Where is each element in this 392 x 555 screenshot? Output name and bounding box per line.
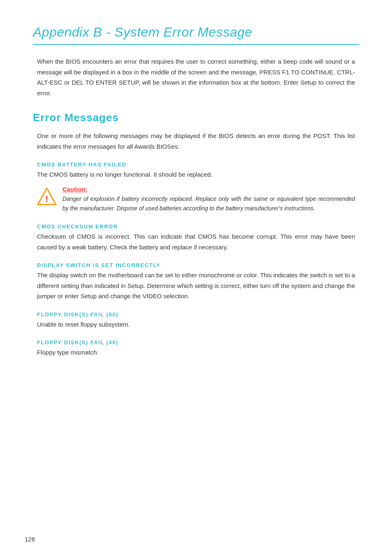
svg-text:!: ! [45, 194, 48, 204]
page-container: Appendix B - System Error Message When t… [0, 0, 392, 401]
error-floppy-80: FLOPPY DISK(S) fail (80) Unable to reset… [33, 311, 359, 330]
error-cmos-battery: CMOS BATTERY HAS FAILED The CMOS battery… [33, 161, 359, 214]
error-heading-display-switch: DISPLAY SWITCH IS SET INCORRECTLY [37, 262, 355, 268]
page-number: 128 [25, 536, 35, 543]
error-floppy-40: FLOPPY DISK(S) fail (40) Floppy type mis… [33, 339, 359, 358]
error-heading-floppy-80: FLOPPY DISK(S) fail (80) [37, 311, 355, 318]
section-intro: One or more of the following messages ma… [33, 131, 359, 152]
error-desc-floppy-40: Floppy type mismatch. [37, 347, 355, 358]
caution-box: ! Caution: Danger of explosion if batter… [37, 186, 355, 214]
error-cmos-checksum: CMOS CHECKSUM ERROR Checksum of CMOS is … [33, 223, 359, 252]
caution-icon: ! [37, 187, 57, 206]
caution-content: Caution: Danger of explosion if battery … [62, 186, 355, 214]
error-heading-floppy-40: FLOPPY DISK(S) fail (40) [37, 339, 355, 345]
error-desc-cmos-checksum: Checksum of CMOS is incorrect. This can … [37, 231, 355, 252]
caution-label: Caution: [62, 186, 355, 193]
error-heading-cmos-battery: CMOS BATTERY HAS FAILED [37, 161, 355, 168]
title-divider [33, 44, 359, 45]
section-title: Error Messages [33, 111, 359, 124]
error-heading-cmos-checksum: CMOS CHECKSUM ERROR [37, 223, 355, 230]
page-title: Appendix B - System Error Message [33, 25, 359, 40]
error-desc-floppy-80: Unable to reset floppy subsystem. [37, 319, 355, 330]
error-desc-display-switch: The display switch on the motherboard ca… [37, 270, 355, 302]
error-display-switch: DISPLAY SWITCH IS SET INCORRECTLY The di… [33, 262, 359, 302]
error-desc-cmos-battery: The CMOS battery is no longer functional… [37, 169, 355, 180]
caution-text: Danger of explosion if battery incorrect… [62, 194, 355, 214]
intro-text: When the BIOS encounters an error that r… [33, 56, 359, 98]
